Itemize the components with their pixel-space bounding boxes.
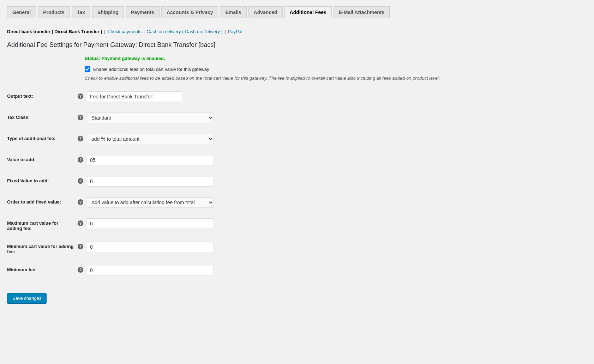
- fee-type-label: Type of additional fee:: [7, 134, 78, 141]
- subnav-check-payments[interactable]: Check payments: [107, 29, 142, 34]
- value-to-add-input[interactable]: [87, 155, 214, 165]
- order-fixed-label: Order to add fixed value:: [7, 197, 78, 205]
- tab-additional-fees[interactable]: Additional Fees: [284, 6, 332, 18]
- tab-advanced[interactable]: Advanced: [248, 6, 283, 18]
- help-icon[interactable]: ?: [78, 220, 83, 226]
- tab-payments[interactable]: Payments: [126, 6, 160, 18]
- gateway-status: Status: Payment gateway is enabled.: [85, 56, 165, 61]
- help-icon[interactable]: ?: [78, 136, 83, 141]
- max-cart-label: Maximum cart value for adding fee:: [7, 218, 78, 231]
- min-cart-label: Minimum cart value for adding fee:: [7, 242, 78, 254]
- enable-fees-label: Enable additional fees on total cart val…: [93, 67, 209, 72]
- subnav-cash-on-delivery[interactable]: Cash on delivery ( Cash on Delivery ): [147, 29, 223, 34]
- enable-fees-checkbox[interactable]: [85, 66, 90, 72]
- enable-fees-description: Check to enable additional fees to be ad…: [85, 75, 587, 81]
- tab-shipping[interactable]: Shipping: [92, 6, 124, 18]
- min-cart-input[interactable]: [87, 242, 214, 252]
- value-to-add-label: Value to add:: [7, 155, 78, 162]
- order-fixed-select[interactable]: Add value to add after calculating fee f…: [87, 197, 214, 208]
- help-icon[interactable]: ?: [78, 267, 83, 273]
- tax-class-select[interactable]: Standard: [87, 113, 214, 123]
- fixed-value-input[interactable]: [87, 176, 214, 187]
- help-icon[interactable]: ?: [78, 199, 83, 205]
- subnav-bank-transfer[interactable]: Direct bank transfer ( Direct Bank Trans…: [7, 29, 102, 34]
- help-icon[interactable]: ?: [78, 93, 83, 99]
- subnav-paypal[interactable]: PayPal: [228, 29, 242, 34]
- min-fee-label: Minimum fee:: [7, 265, 78, 272]
- page-title: Additional Fee Settings for Payment Gate…: [7, 41, 587, 49]
- output-text-input[interactable]: [87, 91, 182, 102]
- output-text-label: Output text:: [7, 91, 78, 99]
- tab-accounts-privacy[interactable]: Accounts & Privacy: [161, 6, 218, 18]
- tab-general[interactable]: General: [7, 6, 36, 18]
- settings-tabs: General Products Tax Shipping Payments A…: [7, 6, 587, 18]
- fee-type-select[interactable]: add % to total amount: [87, 134, 214, 144]
- tab-products[interactable]: Products: [38, 6, 70, 18]
- tab-tax[interactable]: Tax: [72, 6, 90, 18]
- min-fee-input[interactable]: [87, 265, 214, 275]
- help-icon[interactable]: ?: [78, 157, 83, 163]
- help-icon[interactable]: ?: [78, 244, 83, 249]
- tab-emails[interactable]: Emails: [220, 6, 246, 18]
- max-cart-input[interactable]: [87, 218, 214, 229]
- help-icon[interactable]: ?: [78, 178, 83, 184]
- fixed-value-label: Fixed Value to add:: [7, 176, 78, 183]
- save-changes-button[interactable]: Save changes: [7, 293, 47, 303]
- gateway-subnav: Direct bank transfer ( Direct Bank Trans…: [7, 29, 587, 34]
- tab-email-attachments[interactable]: E-Mail Attachments: [334, 6, 390, 18]
- help-icon[interactable]: ?: [78, 115, 83, 120]
- tax-class-label: Tax Class:: [7, 113, 78, 120]
